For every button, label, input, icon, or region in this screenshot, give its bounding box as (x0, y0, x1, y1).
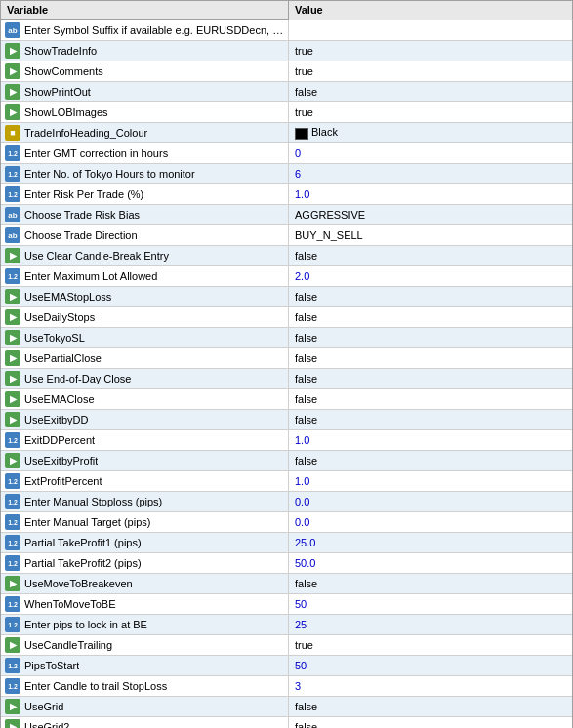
table-row[interactable]: ■TradeInfoHeading_ColourBlack (1, 123, 572, 143)
table-row[interactable]: 1.2Enter No. of Tokyo Hours to monitor6 (1, 164, 572, 184)
variable-cell: abChoose Trade Risk Bias (1, 205, 289, 224)
table-row[interactable]: 1.2Partial TakeProfit1 (pips)25.0 (1, 533, 572, 553)
variable-label: ExitDDPercent (24, 434, 95, 446)
value-cell: 1.0 (289, 473, 572, 489)
table-row[interactable]: ▶UseCandleTrailingtrue (1, 635, 572, 656)
table-row[interactable]: ▶Use End-of-Day Closefalse (1, 369, 572, 389)
value-cell: false (289, 453, 572, 468)
variable-cell: 1.2Enter Manual Target (pips) (1, 512, 289, 532)
value-cell: false (289, 391, 572, 407)
variable-label: Enter pips to lock in at BE (24, 619, 147, 630)
row-icon: ▶ (5, 350, 20, 366)
row-icon: ▶ (5, 43, 20, 59)
variable-label: PipsToStart (24, 660, 79, 671)
value-cell: true (289, 43, 572, 59)
variable-label: Enter No. of Tokyo Hours to monitor (24, 168, 195, 180)
row-icon: 1.2 (5, 678, 20, 694)
table-row[interactable]: ▶UsePartialClosefalse (1, 348, 572, 369)
table-row[interactable]: 1.2Enter GMT correction in hours0 (1, 143, 572, 164)
table-row[interactable]: ▶Use Clear Candle-Break Entryfalse (1, 246, 572, 266)
table-row[interactable]: ▶ShowLOBImagestrue (1, 102, 572, 123)
table-row[interactable]: 1.2Enter Maximum Lot Allowed2.0 (1, 266, 572, 287)
variable-cell: ■TradeInfoHeading_Colour (1, 123, 289, 142)
row-icon: 1.2 (5, 145, 20, 161)
table-row[interactable]: 1.2WhenToMoveToBE50 (1, 594, 572, 615)
variable-label: Use Clear Candle-Break Entry (24, 250, 169, 262)
row-icon: ▶ (5, 637, 20, 653)
value-cell: false (289, 289, 572, 304)
variable-cell: ▶UseMoveToBreakeven (1, 574, 289, 593)
variable-label: Partial TakeProfit2 (pips) (24, 557, 142, 569)
value-cell: false (289, 576, 572, 591)
variable-cell: ▶Use End-of-Day Close (1, 369, 289, 388)
value-cell: BUY_N_SELL (289, 227, 572, 243)
value-cell: 50.0 (289, 555, 572, 571)
table-row[interactable]: abChoose Trade DirectionBUY_N_SELL (1, 225, 572, 246)
table-row[interactable]: 1.2Enter Manual Stoploss (pips)0.0 (1, 492, 572, 512)
table-row[interactable]: ▶UseExitbyDDfalse (1, 410, 572, 430)
value-cell: false (289, 719, 572, 728)
row-icon: ▶ (5, 104, 20, 120)
value-cell: false (289, 412, 572, 427)
row-icon: 1.2 (5, 166, 20, 182)
header-value: Value (289, 1, 572, 20)
row-icon: 1.2 (5, 268, 20, 284)
table-row[interactable]: abChoose Trade Risk BiasAGGRESSIVE (1, 205, 572, 225)
value-cell: false (289, 84, 572, 100)
table-row[interactable]: ▶UseTokyoSLfalse (1, 328, 572, 348)
variable-label: UseCandleTrailing (24, 639, 112, 651)
row-icon: 1.2 (5, 186, 20, 202)
table-row[interactable]: ▶UseMoveToBreakevenfalse (1, 574, 572, 594)
row-icon: ▶ (5, 84, 20, 100)
table-row[interactable]: 1.2Enter pips to lock in at BE25 (1, 615, 572, 635)
table-row[interactable]: 1.2Enter Risk Per Trade (%)1.0 (1, 184, 572, 205)
row-icon: 1.2 (5, 596, 20, 612)
table-row[interactable]: ▶UseGrid2false (1, 717, 572, 728)
variable-label: UseExitbyDD (24, 414, 88, 425)
variable-cell: 1.2Partial TakeProfit2 (pips) (1, 553, 289, 573)
variable-cell: 1.2Enter No. of Tokyo Hours to monitor (1, 164, 289, 183)
settings-table: Variable Value abEnter Symbol Suffix if … (0, 0, 573, 728)
value-cell: 50 (289, 596, 572, 612)
table-row[interactable]: 1.2Enter Candle to trail StopLoss3 (1, 676, 572, 697)
table-row[interactable]: 1.2Partial TakeProfit2 (pips)50.0 (1, 553, 572, 574)
variable-cell: ▶ShowComments (1, 61, 289, 81)
table-row[interactable]: ▶UseExitbyProfitfalse (1, 451, 572, 471)
row-icon: ▶ (5, 330, 20, 345)
header-variable: Variable (1, 1, 289, 20)
table-row[interactable]: ▶UseEMAStopLossfalse (1, 287, 572, 307)
table-row[interactable]: ▶UseEMAClosefalse (1, 389, 572, 410)
value-cell: false (289, 309, 572, 325)
row-icon: ▶ (5, 412, 20, 427)
table-row[interactable]: ▶UseGridfalse (1, 697, 572, 717)
table-row[interactable]: 1.2ExtProfitPercent1.0 (1, 471, 572, 492)
row-icon: 1.2 (5, 514, 20, 530)
row-icon: 1.2 (5, 555, 20, 571)
table-row[interactable]: 1.2ExitDDPercent1.0 (1, 430, 572, 451)
row-icon: ▶ (5, 371, 20, 386)
variable-cell: ▶UseCandleTrailing (1, 635, 289, 655)
table-row[interactable]: ▶ShowPrintOutfalse (1, 82, 572, 102)
variable-cell: 1.2ExtProfitPercent (1, 471, 289, 491)
variable-cell: 1.2Enter Manual Stoploss (pips) (1, 492, 289, 511)
row-icon: ▶ (5, 289, 20, 304)
row-icon: ▶ (5, 391, 20, 407)
table-row[interactable]: 1.2PipsToStart50 (1, 656, 572, 676)
value-cell: false (289, 248, 572, 263)
value-cell: 1.0 (289, 186, 572, 202)
row-icon: ▶ (5, 699, 20, 714)
variable-cell: abChoose Trade Direction (1, 225, 289, 245)
variable-label: UseMoveToBreakeven (24, 578, 133, 589)
variable-label: Use End-of-Day Close (24, 373, 131, 384)
table-row[interactable]: 1.2Enter Manual Target (pips)0.0 (1, 512, 572, 533)
variable-label: Enter Risk Per Trade (%) (24, 188, 143, 200)
variable-cell: ▶UseTokyoSL (1, 328, 289, 347)
value-cell: false (289, 371, 572, 386)
value-cell: 0.0 (289, 494, 572, 509)
variable-cell: 1.2Enter GMT correction in hours (1, 143, 289, 163)
table-row[interactable]: ▶ShowCommentstrue (1, 61, 572, 82)
table-row[interactable]: ▶UseDailyStopsfalse (1, 307, 572, 328)
table-row[interactable]: ▶ShowTradeInfotrue (1, 41, 572, 61)
variable-cell: 1.2ExitDDPercent (1, 430, 289, 450)
table-row[interactable]: abEnter Symbol Suffix if available e.g. … (1, 20, 572, 41)
